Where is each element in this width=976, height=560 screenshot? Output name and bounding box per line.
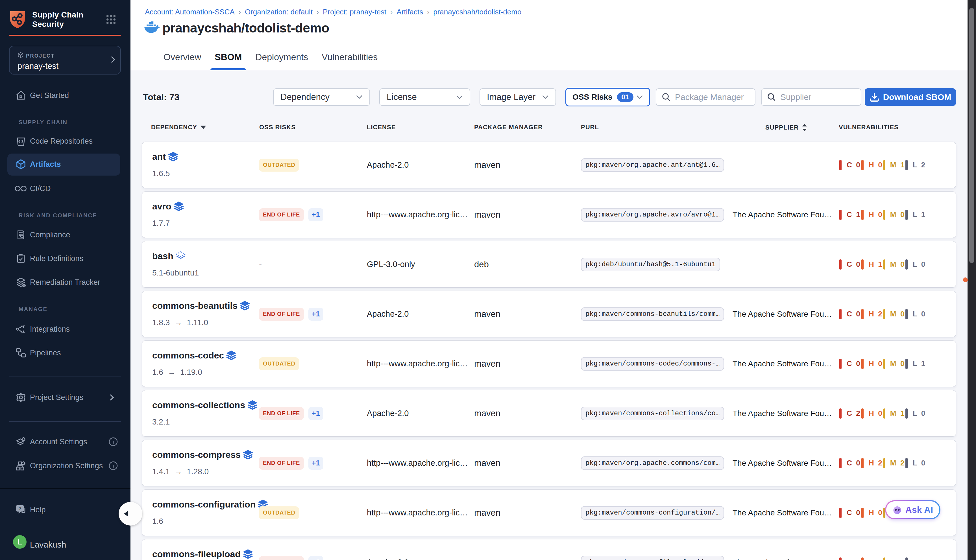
svg-text:?: ? [18, 506, 22, 511]
